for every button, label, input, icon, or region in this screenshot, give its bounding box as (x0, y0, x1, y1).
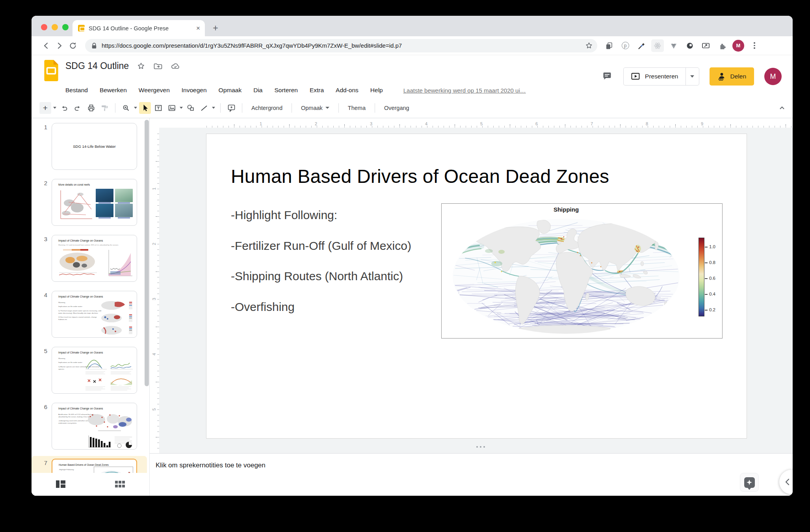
slides-favicon-icon (78, 25, 85, 32)
undo-button[interactable] (58, 102, 70, 114)
menu-bar: Bestand Bewerken Weergeven Invoegen Opma… (65, 87, 526, 94)
reload-button[interactable] (66, 39, 80, 52)
back-button[interactable] (39, 39, 53, 52)
line-tool-button[interactable] (198, 102, 210, 114)
ruler-corner (150, 118, 159, 128)
grid-view-button[interactable] (114, 480, 125, 489)
eyedropper-extension-icon[interactable] (635, 39, 648, 52)
slide-thumbnail-1[interactable]: 1 SDG 14-Life Below Water (32, 123, 149, 170)
extensions-area: p M (603, 39, 761, 52)
user-avatar[interactable]: M (764, 68, 782, 85)
print-button[interactable] (85, 102, 97, 114)
url-bar[interactable]: https://docs.google.com/presentation/d/1… (85, 39, 597, 52)
background-button[interactable]: Achtergrond (246, 105, 288, 111)
share-button[interactable]: Delen (710, 67, 754, 86)
shipping-figure[interactable]: Shipping (441, 203, 723, 339)
last-edit-link[interactable]: Laatste bewerking werd op 15 maart 2020 … (403, 87, 526, 94)
notes-resize-handle[interactable] (476, 446, 485, 448)
present-button[interactable]: Presenteren (624, 68, 685, 85)
tab-strip: SDG 14 Outline - Google Prese × + (32, 16, 793, 36)
zoom-button[interactable] (120, 102, 132, 114)
move-folder-icon[interactable] (153, 62, 163, 71)
menu-sorteren[interactable]: Sorteren (274, 87, 297, 94)
species-maps-mini (100, 300, 134, 336)
vertical-ruler[interactable]: 1 2 3 4 5 (150, 128, 159, 453)
close-window-button[interactable] (41, 24, 47, 30)
slide-thumbnail-3[interactable]: 3 Impact of Climate Change on Oceans War… (32, 235, 149, 282)
menu-bewerken[interactable]: Bewerken (100, 87, 127, 94)
image-button[interactable] (166, 102, 178, 114)
redo-button[interactable] (72, 102, 84, 114)
slide-bullet-1[interactable]: -Highlight Following: (231, 208, 337, 222)
slide-bullet-4[interactable]: -Overfishing (231, 300, 295, 314)
theme-button[interactable]: Thema (343, 105, 371, 111)
present-dropdown-button[interactable] (686, 68, 699, 85)
filmstrip-scrollbar[interactable] (145, 120, 149, 386)
paint-format-button[interactable] (98, 102, 110, 114)
shape-button[interactable] (185, 102, 197, 114)
browser-tab[interactable]: SDG 14 Outline - Google Prese × (72, 20, 205, 36)
slide-editor[interactable]: Human Based Drivers of Ocean Dead Zones … (206, 134, 747, 439)
slide-bullet-3[interactable]: -Shipping Routes (North Atlantic) (231, 270, 403, 283)
image-caret-icon[interactable] (178, 107, 184, 109)
menu-extra[interactable]: Extra (310, 87, 324, 94)
opera-extension-icon[interactable] (684, 39, 696, 52)
menu-bestand[interactable]: Bestand (65, 87, 88, 94)
menu-weergeven[interactable]: Weergeven (139, 87, 170, 94)
textbox-button[interactable] (152, 102, 164, 114)
star-icon[interactable] (137, 62, 145, 71)
menu-dia[interactable]: Dia (253, 87, 262, 94)
minimize-window-button[interactable] (52, 24, 58, 30)
filmstrip-view-button[interactable] (55, 480, 66, 489)
slide-title[interactable]: Human Based Drivers of Ocean Dead Zones (231, 166, 609, 187)
app-header: SDG 14 Outline Bestand Bewerken Weergeve… (32, 55, 793, 98)
screenshare-extension-icon[interactable] (700, 39, 712, 52)
menu-invoegen[interactable]: Invoegen (182, 87, 207, 94)
tab-title: SDG 14 Outline - Google Prese (89, 25, 193, 32)
menu-addons[interactable]: Add-ons (336, 87, 359, 94)
horizontal-ruler[interactable]: 1 2 3 4 5 6 7 8 9 (159, 118, 793, 128)
vulnerability-charts-mini (85, 356, 134, 392)
slides-logo[interactable] (43, 60, 59, 81)
zoom-window-button[interactable] (62, 24, 69, 30)
slide-thumbnail-2[interactable]: 2 More details on coral reefs (32, 179, 149, 226)
speaker-notes[interactable]: Klik om sprekernotities toe te voegen (150, 453, 793, 496)
forward-button[interactable] (53, 39, 66, 52)
explore-button[interactable] (740, 473, 759, 492)
donut-chart-mini (114, 435, 134, 449)
add-button[interactable]: + (39, 102, 51, 114)
browser-menu-icon[interactable] (748, 39, 761, 52)
slide-bullet-2[interactable]: -Fertilizer Run-Off (Gulf of Mexico) (231, 239, 411, 253)
slide-thumbnail-5[interactable]: 5 Impact of Climate Change on Oceans War… (32, 347, 149, 394)
collapse-toolbar-button[interactable] (778, 104, 786, 112)
comments-button[interactable] (602, 71, 613, 82)
transition-button[interactable]: Overgang (379, 105, 414, 111)
slide-thumbnail-4[interactable]: 4 Impact of Climate Change on Oceans War… (32, 291, 149, 338)
menu-help[interactable]: Help (370, 87, 383, 94)
vue-extension-icon[interactable] (667, 39, 680, 52)
tab-close-icon[interactable]: × (196, 25, 200, 32)
browser-window: SDG 14 Outline - Google Prese × + https:… (32, 16, 793, 496)
lock-icon (91, 42, 98, 50)
line-caret-icon[interactable] (211, 107, 216, 109)
tab-copy-extension-icon[interactable] (603, 39, 615, 52)
menu-opmaak[interactable]: Opmaak (219, 87, 242, 94)
insert-comment-button[interactable] (225, 102, 237, 114)
p-extension-icon[interactable]: p (619, 39, 632, 52)
emissions-bars-mini (86, 435, 111, 449)
bookmark-star-icon[interactable] (585, 41, 593, 50)
slide-thumbnail-6[interactable]: 6 Impact of Climate Change on Oceans Aci… (32, 403, 149, 450)
react-extension-icon[interactable] (651, 39, 664, 52)
new-tab-button[interactable]: + (210, 22, 221, 34)
browser-avatar[interactable]: M (732, 39, 745, 52)
extensions-puzzle-icon[interactable] (716, 39, 728, 52)
slide-thumbnail-7-selected[interactable]: 7 Human Based Drivers of Ocean Dead Zone… (32, 459, 149, 473)
layout-button[interactable]: Opmaak (296, 105, 334, 111)
doc-title[interactable]: SDG 14 Outline (65, 61, 129, 71)
cloud-status-icon[interactable] (171, 62, 181, 71)
animal-chart-mini (57, 189, 94, 222)
projection-chart-mini (105, 248, 134, 280)
add-caret-icon[interactable] (52, 107, 58, 109)
select-tool-button[interactable] (139, 102, 151, 114)
zoom-caret-icon[interactable] (133, 107, 138, 109)
